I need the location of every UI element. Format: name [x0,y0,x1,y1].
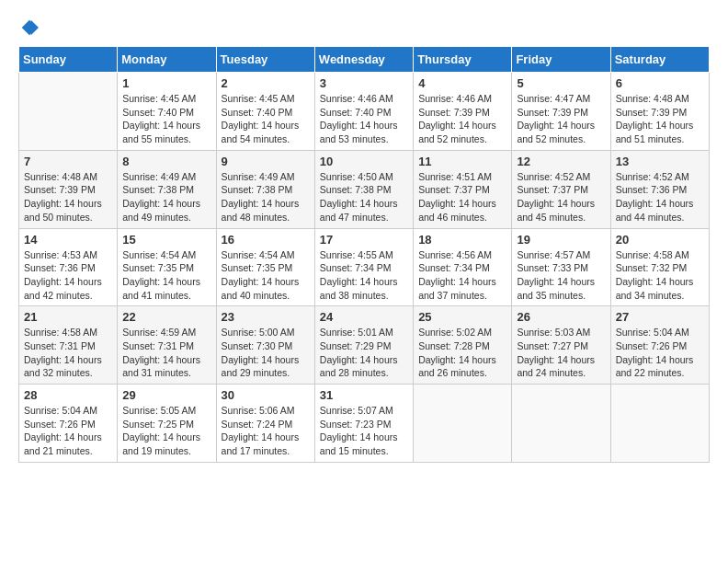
day-number: 1 [122,76,210,90]
day-number: 26 [517,310,605,324]
day-number: 22 [122,310,210,324]
day-number: 12 [517,155,605,168]
day-number: 2 [222,76,310,90]
weekday-header-saturday: Saturday [610,47,709,73]
day-number: 27 [616,310,704,324]
day-info: Sunrise: 4:48 AM Sunset: 7:39 PM Dayligh… [616,92,704,146]
day-info: Sunrise: 5:00 AM Sunset: 7:30 PM Dayligh… [222,326,310,380]
day-number: 19 [517,233,605,247]
day-number: 29 [122,388,210,402]
day-info: Sunrise: 4:55 AM Sunset: 7:34 PM Dayligh… [320,248,408,303]
day-number: 30 [222,388,310,402]
day-info: Sunrise: 4:51 AM Sunset: 7:37 PM Dayligh… [418,170,506,224]
day-info: Sunrise: 4:45 AM Sunset: 7:40 PM Dayligh… [122,92,210,146]
day-info: Sunrise: 4:58 AM Sunset: 7:32 PM Dayligh… [616,248,704,303]
calendar-week-row: 14Sunrise: 4:53 AM Sunset: 7:36 PM Dayli… [19,228,710,306]
day-info: Sunrise: 4:53 AM Sunset: 7:36 PM Dayligh… [24,248,112,303]
calendar-cell: 6Sunrise: 4:48 AM Sunset: 7:39 PM Daylig… [610,73,709,151]
day-number: 9 [222,155,310,168]
day-number: 10 [320,155,408,168]
calendar-cell: 26Sunrise: 5:03 AM Sunset: 7:27 PM Dayli… [512,306,610,385]
calendar-cell: 15Sunrise: 4:54 AM Sunset: 7:35 PM Dayli… [118,228,216,306]
day-info: Sunrise: 5:02 AM Sunset: 7:28 PM Dayligh… [418,326,506,380]
day-info: Sunrise: 4:52 AM Sunset: 7:37 PM Dayligh… [517,170,605,224]
weekday-header-wednesday: Wednesday [314,47,413,73]
day-info: Sunrise: 5:04 AM Sunset: 7:26 PM Dayligh… [24,404,112,458]
weekday-header-row: SundayMondayTuesdayWednesdayThursdayFrid… [19,47,710,73]
calendar-week-row: 1Sunrise: 4:45 AM Sunset: 7:40 PM Daylig… [19,73,710,151]
calendar-cell: 7Sunrise: 4:48 AM Sunset: 7:39 PM Daylig… [19,150,118,228]
calendar-cell: 21Sunrise: 4:58 AM Sunset: 7:31 PM Dayli… [19,306,118,385]
calendar-cell: 11Sunrise: 4:51 AM Sunset: 7:37 PM Dayli… [414,150,512,228]
calendar-cell: 16Sunrise: 4:54 AM Sunset: 7:35 PM Dayli… [216,228,314,306]
calendar-cell: 27Sunrise: 5:04 AM Sunset: 7:26 PM Dayli… [610,306,709,385]
day-info: Sunrise: 4:46 AM Sunset: 7:39 PM Dayligh… [418,92,506,146]
day-number: 21 [24,310,112,324]
day-number: 5 [517,76,605,90]
day-number: 11 [418,155,506,168]
day-info: Sunrise: 4:58 AM Sunset: 7:31 PM Dayligh… [24,326,112,380]
weekday-header-friday: Friday [512,47,610,73]
calendar-cell: 14Sunrise: 4:53 AM Sunset: 7:36 PM Dayli… [19,228,118,306]
day-info: Sunrise: 4:52 AM Sunset: 7:36 PM Dayligh… [616,170,704,224]
calendar-cell: 19Sunrise: 4:57 AM Sunset: 7:33 PM Dayli… [512,228,610,306]
day-number: 15 [122,233,210,247]
day-number: 3 [320,76,408,90]
calendar-cell: 13Sunrise: 4:52 AM Sunset: 7:36 PM Dayli… [610,150,709,228]
day-info: Sunrise: 4:48 AM Sunset: 7:39 PM Dayligh… [24,170,112,224]
day-info: Sunrise: 4:56 AM Sunset: 7:34 PM Dayligh… [418,248,506,303]
calendar-cell: 24Sunrise: 5:01 AM Sunset: 7:29 PM Dayli… [314,306,413,385]
weekday-header-thursday: Thursday [414,47,512,73]
calendar-cell: 28Sunrise: 5:04 AM Sunset: 7:26 PM Dayli… [19,385,118,463]
weekday-header-tuesday: Tuesday [216,47,314,73]
calendar-cell [414,385,512,463]
day-info: Sunrise: 4:49 AM Sunset: 7:38 PM Dayligh… [222,170,310,224]
calendar-cell: 23Sunrise: 5:00 AM Sunset: 7:30 PM Dayli… [216,306,314,385]
day-info: Sunrise: 4:45 AM Sunset: 7:40 PM Dayligh… [222,92,310,146]
day-number: 16 [222,233,310,247]
day-number: 23 [222,310,310,324]
day-number: 18 [418,233,506,247]
day-info: Sunrise: 4:57 AM Sunset: 7:33 PM Dayligh… [517,248,605,303]
calendar-cell: 12Sunrise: 4:52 AM Sunset: 7:37 PM Dayli… [512,150,610,228]
svg-marker-1 [31,20,39,36]
calendar-cell: 3Sunrise: 4:46 AM Sunset: 7:40 PM Daylig… [314,73,413,151]
day-info: Sunrise: 5:06 AM Sunset: 7:24 PM Dayligh… [222,404,310,458]
calendar-cell: 9Sunrise: 4:49 AM Sunset: 7:38 PM Daylig… [216,150,314,228]
day-info: Sunrise: 4:54 AM Sunset: 7:35 PM Dayligh… [222,248,310,303]
calendar-cell: 2Sunrise: 4:45 AM Sunset: 7:40 PM Daylig… [216,73,314,151]
calendar-cell: 25Sunrise: 5:02 AM Sunset: 7:28 PM Dayli… [414,306,512,385]
day-number: 14 [24,233,112,247]
calendar-week-row: 7Sunrise: 4:48 AM Sunset: 7:39 PM Daylig… [19,150,710,228]
page-header [18,18,710,37]
logo [18,18,39,37]
calendar-cell: 30Sunrise: 5:06 AM Sunset: 7:24 PM Dayli… [216,385,314,463]
calendar-cell [19,73,118,151]
day-info: Sunrise: 5:04 AM Sunset: 7:26 PM Dayligh… [616,326,704,380]
day-number: 17 [320,233,408,247]
day-number: 6 [616,76,704,90]
day-number: 24 [320,310,408,324]
calendar-cell: 8Sunrise: 4:49 AM Sunset: 7:38 PM Daylig… [118,150,216,228]
logo-icon [20,18,39,37]
day-info: Sunrise: 5:07 AM Sunset: 7:23 PM Dayligh… [320,404,408,458]
day-info: Sunrise: 5:03 AM Sunset: 7:27 PM Dayligh… [517,326,605,380]
calendar-cell [512,385,610,463]
day-number: 28 [24,388,112,402]
day-info: Sunrise: 4:47 AM Sunset: 7:39 PM Dayligh… [517,92,605,146]
calendar-cell: 1Sunrise: 4:45 AM Sunset: 7:40 PM Daylig… [118,73,216,151]
day-info: Sunrise: 4:46 AM Sunset: 7:40 PM Dayligh… [320,92,408,146]
day-number: 20 [616,233,704,247]
calendar-week-row: 28Sunrise: 5:04 AM Sunset: 7:26 PM Dayli… [19,385,710,463]
weekday-header-sunday: Sunday [19,47,118,73]
day-number: 8 [122,155,210,168]
calendar-table: SundayMondayTuesdayWednesdayThursdayFrid… [18,46,710,463]
day-number: 13 [616,155,704,168]
day-info: Sunrise: 4:59 AM Sunset: 7:31 PM Dayligh… [122,326,210,380]
calendar-cell: 31Sunrise: 5:07 AM Sunset: 7:23 PM Dayli… [314,385,413,463]
calendar-cell: 18Sunrise: 4:56 AM Sunset: 7:34 PM Dayli… [414,228,512,306]
day-info: Sunrise: 4:54 AM Sunset: 7:35 PM Dayligh… [122,248,210,303]
day-number: 7 [24,155,112,168]
day-number: 31 [320,388,408,402]
weekday-header-monday: Monday [118,47,216,73]
